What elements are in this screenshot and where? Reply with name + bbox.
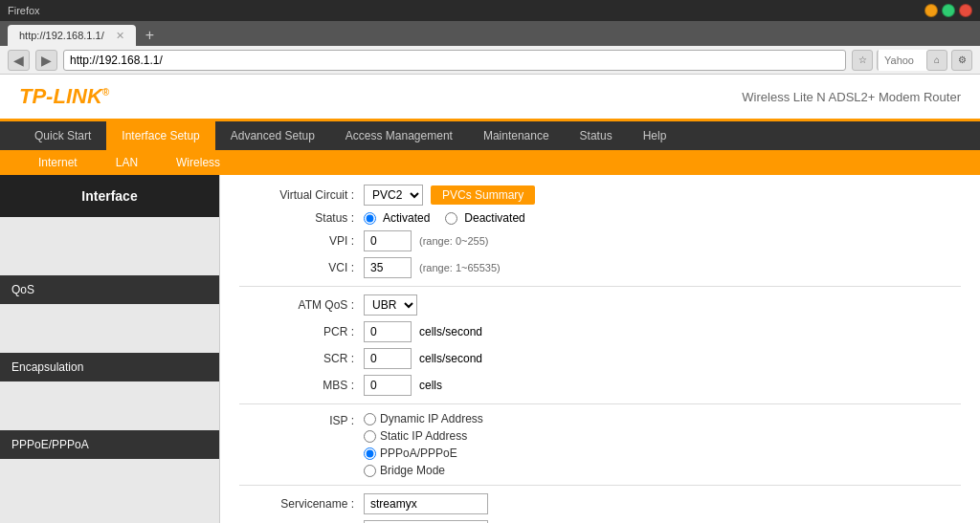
- mbs-input[interactable]: [364, 375, 412, 396]
- divider-2: [239, 403, 961, 404]
- status-activated-radio[interactable]: [364, 212, 376, 225]
- pcr-input[interactable]: [364, 321, 412, 342]
- back-button[interactable]: ◀: [8, 50, 30, 71]
- status-deactivated-label[interactable]: Deactivated: [445, 211, 524, 225]
- atm-qos-select[interactable]: UBR CBR VBR: [364, 294, 417, 316]
- isp-dynamic-ip-text: Dynamic IP Address: [380, 412, 483, 425]
- sub-nav: Internet LAN Wireless: [0, 150, 980, 175]
- isp-dynamic-ip-radio[interactable]: [364, 413, 376, 425]
- virtual-circuit-row: Virtual Circuit : PVC2 PVCs Summary: [239, 185, 961, 206]
- tab-bar: http://192.168.1.1/ ✕ +: [0, 21, 980, 46]
- isp-static-ip-label[interactable]: Static IP Address: [364, 429, 483, 443]
- sidebar-section-qos: QoS: [0, 275, 219, 304]
- isp-pppoappoe-text: PPPoA/PPPoE: [380, 447, 457, 460]
- pvcs-summary-button[interactable]: PVCs Summary: [431, 185, 535, 205]
- address-bar: ◀ ▶ ☆ ↻ ⌂ ⚙: [0, 46, 980, 75]
- scr-input[interactable]: [364, 348, 412, 369]
- divider-3: [239, 485, 961, 486]
- pcr-unit: cells/second: [419, 325, 482, 338]
- vpi-row: VPI : (range: 0~255): [239, 230, 961, 251]
- logo-text: TP-LINK: [19, 84, 102, 108]
- status-row: Status : Activated Deactivated: [239, 211, 961, 225]
- isp-pppoappoe-label[interactable]: PPPoA/PPPoE: [364, 447, 483, 460]
- nav-maintenance[interactable]: Maintenance: [468, 121, 565, 150]
- vci-label: VCI :: [239, 261, 364, 274]
- nav-quick-start[interactable]: Quick Start: [19, 121, 106, 150]
- scr-field: cells/second: [364, 348, 482, 369]
- main-nav: Quick Start Interface Setup Advanced Set…: [0, 121, 980, 150]
- router-header: TP-LINK® Wireless Lite N ADSL2+ Modem Ro…: [0, 75, 980, 121]
- vpi-label: VPI :: [239, 234, 364, 248]
- scr-row: SCR : cells/second: [239, 348, 961, 369]
- mbs-field: cells: [364, 375, 442, 396]
- status-activated-label[interactable]: Activated: [364, 211, 430, 225]
- forward-button[interactable]: ▶: [35, 50, 57, 71]
- vpi-range: (range: 0~255): [419, 235, 488, 247]
- subnav-lan[interactable]: LAN: [97, 150, 157, 175]
- mbs-label: MBS :: [239, 379, 364, 392]
- maximize-button[interactable]: [942, 4, 955, 17]
- active-tab[interactable]: http://192.168.1.1/ ✕: [8, 25, 136, 46]
- vci-field: (range: 1~65535): [364, 257, 501, 278]
- vci-input[interactable]: [364, 257, 412, 278]
- vpi-input[interactable]: [364, 230, 412, 251]
- isp-radio-group: Dynamic IP Address Static IP Address PPP…: [364, 412, 483, 477]
- isp-row: ISP : Dynamic IP Address Static IP Addre…: [239, 412, 961, 477]
- status-deactivated-radio[interactable]: [445, 212, 457, 225]
- mbs-row: MBS : cells: [239, 375, 961, 396]
- subnav-wireless[interactable]: Wireless: [157, 150, 239, 175]
- status-deactivated-text: Deactivated: [464, 211, 524, 225]
- isp-dynamic-ip-label[interactable]: Dynamic IP Address: [364, 412, 483, 425]
- pcr-field: cells/second: [364, 321, 482, 342]
- isp-bridge-label[interactable]: Bridge Mode: [364, 464, 483, 477]
- mbs-unit: cells: [419, 379, 442, 392]
- nav-help[interactable]: Help: [628, 121, 682, 150]
- pcr-label: PCR :: [239, 325, 364, 338]
- search-bar[interactable]: [902, 50, 923, 71]
- isp-static-ip-radio[interactable]: [364, 430, 376, 443]
- tab-close-icon[interactable]: ✕: [116, 30, 124, 42]
- atm-qos-label: ATM QoS :: [239, 298, 364, 312]
- nav-advanced-setup[interactable]: Advanced Setup: [215, 121, 330, 150]
- virtual-circuit-select[interactable]: PVC2: [364, 185, 423, 206]
- vci-range: (range: 1~65535): [419, 262, 501, 273]
- servicename-input[interactable]: [364, 493, 488, 514]
- minimize-button[interactable]: [924, 4, 938, 17]
- close-button[interactable]: [959, 4, 972, 17]
- status-field: Activated Deactivated: [364, 211, 525, 225]
- vci-row: VCI : (range: 1~65535): [239, 257, 961, 278]
- sidebar-title: Interface: [0, 175, 219, 217]
- servicename-label: Servicename :: [239, 497, 364, 511]
- subnav-internet[interactable]: Internet: [19, 150, 97, 175]
- nav-status[interactable]: Status: [565, 121, 628, 150]
- new-tab-button[interactable]: +: [138, 25, 162, 46]
- nav-interface-setup[interactable]: Interface Setup: [106, 121, 214, 150]
- title-bar: Firefox: [0, 0, 980, 21]
- router-model: Wireless Lite N ADSL2+ Modem Router: [742, 90, 961, 104]
- pcr-row: PCR : cells/second: [239, 321, 961, 342]
- browser-chrome: Firefox http://192.168.1.1/ ✕ + ◀ ▶ ☆ ↻ …: [0, 0, 980, 75]
- home-icon[interactable]: ⌂: [926, 50, 947, 71]
- vpi-field: (range: 0~255): [364, 230, 488, 251]
- atm-qos-row: ATM QoS : UBR CBR VBR: [239, 294, 961, 316]
- address-input[interactable]: [63, 50, 846, 71]
- virtual-circuit-label: Virtual Circuit :: [239, 188, 364, 202]
- content-area: Interface QoS Encapsulation PPPoE/PPPoA …: [0, 175, 980, 523]
- divider-1: [239, 286, 961, 287]
- servicename-row: Servicename :: [239, 493, 961, 514]
- sidebar-section-encapsulation: Encapsulation: [0, 353, 219, 381]
- sidebar: Interface QoS Encapsulation PPPoE/PPPoA …: [0, 175, 220, 523]
- bookmark-icon[interactable]: ☆: [852, 50, 873, 71]
- sidebar-section-pppoeppoa: PPPoE/PPPoA: [0, 430, 219, 459]
- main-form-content: Virtual Circuit : PVC2 PVCs Summary Stat…: [220, 175, 980, 523]
- tools-icon[interactable]: ⚙: [951, 50, 972, 71]
- nav-access-management[interactable]: Access Management: [330, 121, 468, 150]
- isp-bridge-text: Bridge Mode: [380, 464, 445, 477]
- isp-bridge-radio[interactable]: [364, 465, 376, 477]
- browser-title: Firefox: [8, 5, 40, 16]
- isp-label: ISP :: [239, 412, 364, 427]
- atm-qos-field: UBR CBR VBR: [364, 294, 417, 316]
- trademark: ®: [102, 87, 109, 98]
- isp-pppoappoe-radio[interactable]: [364, 447, 376, 460]
- virtual-circuit-field: PVC2 PVCs Summary: [364, 185, 535, 206]
